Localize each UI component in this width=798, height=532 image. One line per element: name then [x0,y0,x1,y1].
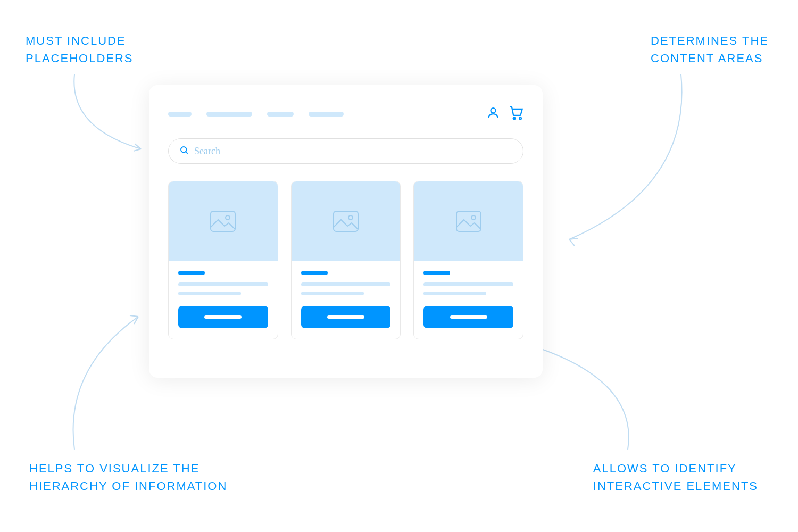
svg-rect-9 [456,211,481,231]
svg-point-6 [226,215,230,220]
action-button[interactable] [178,306,268,328]
nav-link-placeholder[interactable] [309,112,344,117]
annotation-bottom-left: HELPS TO VISUALIZE THEHIERARCHY OF INFOR… [29,460,227,495]
card-body [169,261,278,339]
text-placeholder [301,292,364,295]
image-placeholder [169,181,278,261]
search-input[interactable] [194,146,512,157]
product-card [291,181,401,339]
svg-line-4 [186,152,188,154]
image-placeholder [292,181,401,261]
annotation-top-left: MUST INCLUDEPLACEHOLDERS [26,32,134,67]
svg-point-0 [491,108,495,113]
wireframe-container [149,85,543,378]
nav-link-placeholder[interactable] [206,112,252,117]
text-placeholder [423,292,486,295]
product-card [168,181,278,339]
svg-point-1 [513,118,516,120]
text-placeholder [423,282,513,286]
svg-point-2 [519,118,521,120]
product-card [413,181,523,339]
action-button[interactable] [301,306,391,328]
nav-link-placeholder[interactable] [267,112,294,117]
button-label-placeholder [327,315,364,319]
product-cards-row [168,181,523,339]
text-placeholder [301,282,391,286]
title-placeholder [423,271,450,275]
button-label-placeholder [450,315,487,319]
search-bar[interactable] [168,138,523,164]
title-placeholder [178,271,205,275]
svg-point-10 [471,215,476,220]
svg-rect-5 [211,211,235,231]
action-button[interactable] [423,306,513,328]
nav-bar [168,105,523,122]
annotation-bottom-right: ALLOWS TO IDENTIFYINTERACTIVE ELEMENTS [593,460,758,495]
arrow-tl [64,69,160,165]
text-placeholder [178,282,268,286]
arrow-tr [553,69,692,255]
image-placeholder [414,181,523,261]
card-body [292,261,401,339]
svg-rect-7 [334,211,358,231]
user-icon[interactable] [486,106,500,122]
annotation-top-right: DETERMINES THECONTENT AREAS [651,32,769,67]
nav-logo-placeholder [168,112,192,117]
arrow-bl [53,306,160,455]
cart-icon[interactable] [509,105,523,122]
search-icon [179,145,189,157]
text-placeholder [178,292,241,295]
svg-point-3 [181,147,187,153]
title-placeholder [301,271,328,275]
button-label-placeholder [204,315,242,319]
card-body [414,261,523,339]
svg-point-8 [348,215,353,220]
